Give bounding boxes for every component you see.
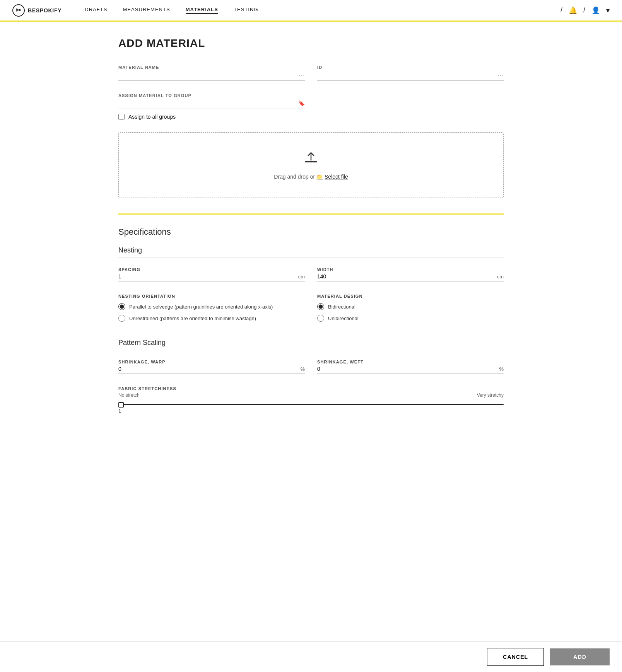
orientation-unrestrained-text: Unrestrained (patterns are oriented to m…	[129, 316, 256, 321]
section-yellow-divider	[118, 213, 504, 215]
specifications-title: Specifications	[118, 227, 504, 237]
navbar: ✂ BESPOKIFY DRAFTS MEASUREMENTS MATERIAL…	[0, 0, 622, 22]
design-unidirectional[interactable]: Unidirectional	[317, 315, 504, 322]
bookmark-icon[interactable]: 🔖	[298, 100, 305, 106]
navbar-links: DRAFTS MEASUREMENTS MATERIALS TESTING	[85, 7, 258, 14]
spacing-input[interactable]	[118, 273, 297, 280]
assign-group-row: ASSIGN MATERIAL TO GROUP 🔖 Assign to all…	[118, 93, 504, 123]
nav-drafts[interactable]: DRAFTS	[85, 7, 107, 14]
nav-measurements[interactable]: MEASUREMENTS	[123, 7, 170, 14]
folder-icon: 📁	[316, 174, 323, 180]
orientation-parallel[interactable]: Parallel to selvedge (pattern grainlines…	[118, 303, 305, 310]
material-name-field: MATERIAL NAME ⋯	[118, 65, 305, 84]
svg-rect-0	[305, 161, 317, 162]
brand-name: BESPOKIFY	[28, 7, 62, 14]
material-name-label: MATERIAL NAME	[118, 65, 305, 70]
page-title: ADD MATERIAL	[118, 37, 504, 49]
shrinkage-warp-input[interactable]	[118, 366, 299, 372]
design-bidirectional-text: Bidirectional	[328, 304, 355, 310]
nesting-title: Nesting	[118, 246, 504, 254]
assign-group-field: ASSIGN MATERIAL TO GROUP 🔖 Assign to all…	[118, 93, 305, 123]
shrinkage-row: SHRINKAGE, WARP % SHRINKAGE, WEFT %	[118, 360, 504, 374]
pattern-scaling-divider	[118, 350, 504, 350]
shrinkage-warp-field: SHRINKAGE, WARP %	[118, 360, 305, 374]
stretchiness-section: FABRIC STRETCHINESS No stretch Very stre…	[118, 386, 504, 414]
nav-testing[interactable]: TESTING	[234, 7, 258, 14]
assign-all-label[interactable]: Assign to all groups	[128, 114, 176, 120]
slider-min-label: No stretch	[118, 392, 140, 398]
shrinkage-weft-wrap: %	[317, 366, 504, 374]
shrinkage-weft-field: SHRINKAGE, WEFT %	[317, 360, 504, 374]
navbar-right: / 🔔 / 👤 ▾	[560, 6, 610, 15]
width-input-wrap: cm	[317, 273, 504, 281]
width-input[interactable]	[317, 273, 496, 280]
material-id-row: MATERIAL NAME ⋯ ID ⋯	[118, 65, 504, 84]
orientation-parallel-text: Parallel to selvedge (pattern grainlines…	[129, 304, 273, 310]
assign-group-input[interactable]	[118, 99, 305, 109]
stretchiness-label: FABRIC STRETCHINESS	[118, 386, 504, 391]
id-dots[interactable]: ⋯	[497, 72, 504, 79]
design-label: MATERIAL DESIGN	[317, 294, 504, 298]
orientation-label: NESTING ORIENTATION	[118, 294, 305, 298]
assign-all-checkbox[interactable]	[118, 114, 125, 120]
nav-materials[interactable]: MATERIALS	[186, 7, 218, 14]
design-unidirectional-text: Unidirectional	[328, 316, 359, 321]
pattern-scaling-title: Pattern Scaling	[118, 339, 504, 347]
spacing-width-row: SPACING cm WIDTH cm	[118, 267, 504, 281]
shrinkage-weft-label: SHRINKAGE, WEFT	[317, 360, 504, 364]
shrinkage-warp-unit: %	[300, 366, 305, 372]
dropzone-text: Drag and drop or 📁 Select file	[274, 174, 348, 180]
main-content: ADD MATERIAL MATERIAL NAME ⋯ ID ⋯ ASSIGN…	[106, 22, 516, 472]
logo-icon: ✂	[12, 4, 25, 17]
select-file-link[interactable]: 📁 Select file	[316, 174, 348, 180]
orientation-unrestrained[interactable]: Unrestrained (patterns are oriented to m…	[118, 315, 305, 322]
id-input[interactable]	[317, 71, 504, 81]
bell-icon[interactable]: 🔔	[569, 6, 577, 15]
spacing-input-wrap: cm	[118, 273, 305, 281]
material-name-input[interactable]	[118, 71, 305, 81]
design-bidirectional[interactable]: Bidirectional	[317, 303, 504, 310]
slider-labels: No stretch Very stretchy	[118, 392, 504, 398]
chevron-down-icon[interactable]: ▾	[606, 6, 610, 15]
orientation-unrestrained-radio[interactable]	[118, 315, 125, 322]
shrinkage-weft-input[interactable]	[317, 366, 497, 372]
width-field: WIDTH cm	[317, 267, 504, 281]
spacing-label: SPACING	[118, 267, 305, 272]
nesting-orientation-group: NESTING ORIENTATION Parallel to selvedge…	[118, 294, 305, 326]
id-field: ID ⋯	[317, 65, 504, 84]
width-unit: cm	[497, 274, 504, 280]
shrinkage-warp-wrap: %	[118, 366, 305, 374]
width-label: WIDTH	[317, 267, 504, 272]
spacing-field: SPACING cm	[118, 267, 305, 281]
design-bidirectional-radio[interactable]	[317, 303, 324, 310]
material-design-group: MATERIAL DESIGN Bidirectional Unidirecti…	[317, 294, 504, 326]
brand-logo[interactable]: ✂ BESPOKIFY	[12, 4, 62, 17]
slider-max-label: Very stretchy	[477, 392, 504, 398]
file-dropzone[interactable]: Drag and drop or 📁 Select file	[118, 132, 504, 198]
assign-all-row: Assign to all groups	[118, 114, 305, 120]
stretchiness-slider[interactable]	[118, 404, 504, 405]
orientation-parallel-radio[interactable]	[118, 303, 125, 310]
assign-group-label: ASSIGN MATERIAL TO GROUP	[118, 93, 305, 98]
slash-icon-1: /	[560, 6, 562, 14]
design-unidirectional-radio[interactable]	[317, 315, 324, 322]
user-icon[interactable]: 👤	[591, 6, 600, 15]
slider-wrap	[118, 400, 504, 406]
orientation-design-row: NESTING ORIENTATION Parallel to selvedge…	[118, 294, 504, 326]
slider-value: 1	[118, 408, 504, 414]
upload-icon	[303, 150, 319, 169]
nesting-divider	[118, 258, 504, 258]
id-label: ID	[317, 65, 504, 70]
slash-icon-2: /	[583, 6, 585, 14]
shrinkage-weft-unit: %	[499, 366, 504, 372]
shrinkage-warp-label: SHRINKAGE, WARP	[118, 360, 305, 364]
material-name-dots[interactable]: ⋯	[299, 72, 305, 79]
spacing-unit: cm	[298, 274, 305, 280]
